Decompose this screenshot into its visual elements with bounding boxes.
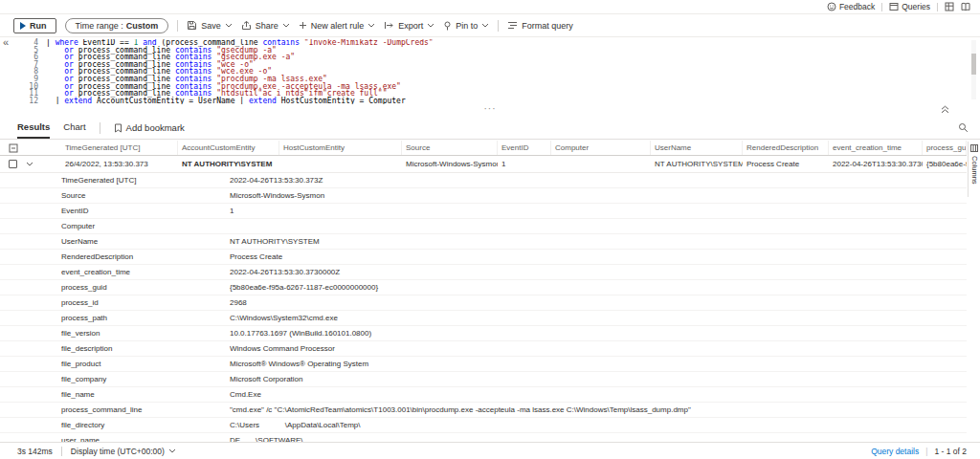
plus-icon [299, 21, 307, 30]
detail-row: user_nameDE……\SOFTWARE\…… [0, 433, 967, 442]
feedback-button[interactable]: Feedback [827, 2, 875, 11]
detail-value: 10.0.17763.1697 (WinBuild.160101.0800) [230, 329, 967, 338]
detail-key: file_name [61, 390, 230, 399]
divider [61, 447, 62, 456]
detail-key: process_guid [61, 283, 230, 292]
chevron-down-icon [168, 448, 176, 453]
row-checkbox[interactable] [9, 160, 17, 168]
detail-row: Computer [0, 219, 967, 234]
divider [100, 122, 100, 134]
result-range: 1 - 1 of 2 [934, 447, 967, 456]
column-header[interactable]: Source [402, 141, 498, 155]
column-header[interactable]: AccountCustomEntity [178, 141, 279, 155]
new-alert-rule-button[interactable]: New alert rule [299, 21, 376, 31]
column-header[interactable]: process_guid [923, 141, 967, 155]
pin-icon [443, 21, 452, 31]
results-splitter[interactable]: ··· [0, 103, 980, 117]
grid-icon [945, 2, 954, 11]
collapse-results-button[interactable] [941, 105, 949, 114]
detail-key: file_directory [61, 421, 230, 429]
detail-value: Microsoft-Windows-Sysmon [230, 191, 967, 200]
detail-row: EventID1 [0, 204, 967, 219]
time-range-picker[interactable]: Time range : Custom [65, 18, 169, 33]
time-range-label: Time range : [76, 21, 123, 31]
export-button[interactable]: Export [384, 21, 434, 31]
detail-key: Source [61, 191, 230, 200]
editor-code[interactable]: | where EventID == 1 and (process_comman… [46, 39, 961, 104]
detail-key: file_description [61, 344, 230, 353]
smiley-icon [827, 2, 836, 11]
columns-tab-label: Columns [970, 156, 979, 185]
tab-results[interactable]: Results [17, 117, 50, 139]
column-header[interactable]: RenderedDescription [743, 141, 829, 155]
queries-button[interactable]: Queries [889, 2, 930, 11]
detail-value: Cmd.Exe [230, 390, 967, 399]
column-header[interactable]: UserName [651, 141, 743, 155]
time-range-value: Custom [126, 21, 159, 31]
detail-value: Process Create [230, 252, 967, 261]
collapse-all-rows-button[interactable] [0, 141, 61, 155]
divider [177, 20, 178, 32]
double-chevron-up-icon [941, 105, 949, 114]
detail-row: process_pathC:\Windows\System32\cmd.exe [0, 311, 967, 326]
editor-scrollbar[interactable] [971, 40, 976, 99]
divider: | [925, 447, 927, 456]
tab-chart-label: Chart [63, 121, 85, 132]
format-query-button[interactable]: Format query [507, 21, 573, 31]
save-button[interactable]: Save [187, 20, 233, 31]
column-header[interactable]: EventID [498, 141, 551, 155]
collapse-pane-icon[interactable]: « [3, 39, 9, 47]
divider [881, 3, 882, 11]
column-header[interactable]: event_creation_time [829, 141, 923, 155]
column-header[interactable]: HostCustomEntity [279, 141, 402, 155]
detail-value: 1 [230, 207, 967, 215]
table-row[interactable]: 26/4/2022, 13:53:30.373NT AUTHORITY\SYST… [0, 156, 967, 173]
columns-icon [970, 144, 978, 152]
queries-icon [889, 2, 899, 11]
play-icon [20, 22, 26, 30]
detail-value: C:\Windows\System32\cmd.exe [230, 314, 967, 322]
column-header[interactable]: Computer [551, 141, 651, 155]
splitter-handle-icon[interactable]: ··· [484, 103, 497, 114]
share-button[interactable]: Share [241, 20, 290, 31]
elapsed-time: 3s 142ms [17, 447, 53, 456]
save-label: Save [201, 21, 221, 31]
query-details-link[interactable]: Query details [871, 447, 919, 456]
detail-value: 2968 [230, 298, 967, 307]
pin-to-button[interactable]: Pin to [443, 21, 489, 31]
display-time-selector[interactable]: Display time (UTC+00:00) [71, 447, 176, 456]
detail-row: file_version10.0.17763.1697 (WinBuild.16… [0, 326, 967, 341]
detail-row: file_nameCmd.Exe [0, 387, 967, 403]
detail-row: process_id2968 [0, 295, 967, 311]
bookmark-icon [114, 123, 122, 133]
detail-key: process_id [61, 298, 230, 307]
detail-value: C:\Users \AppData\Local\Temp\ [230, 421, 967, 429]
editor-gutter: 456789101112 [13, 39, 38, 104]
search-results-button[interactable] [958, 122, 969, 133]
column-header[interactable]: TimeGenerated [UTC] [61, 141, 178, 155]
scrollbar-thumb[interactable] [971, 54, 976, 75]
detail-key: file_version [61, 329, 230, 338]
table-header-row: TimeGenerated [UTC]AccountCustomEntityHo… [0, 141, 967, 156]
row-controls [0, 156, 61, 172]
tab-chart[interactable]: Chart [63, 117, 85, 139]
detail-value: {5b80ea6e-f95a-6267-1187-ec0000000000} [230, 283, 967, 292]
columns-panel-tab[interactable]: Columns [968, 142, 980, 197]
detail-key: event_creation_time [61, 268, 230, 276]
apps-button[interactable] [945, 2, 954, 11]
reference-button[interactable] [961, 2, 970, 11]
export-icon [384, 21, 394, 30]
add-bookmark-button[interactable]: Add bookmark [114, 117, 185, 139]
row-expander-icon[interactable] [26, 162, 33, 166]
detail-row: file_directoryC:\Users \AppData\Local\Te… [0, 418, 967, 433]
pin-to-label: Pin to [456, 21, 478, 31]
row-details: TimeGenerated [UTC]2022-04-26T13:53:30.3… [0, 173, 967, 442]
run-button[interactable]: Run [13, 18, 56, 33]
query-editor[interactable]: « 456789101112 | where EventID == 1 and … [0, 38, 980, 103]
row-cell: 1 [498, 156, 551, 172]
chevron-down-icon [225, 23, 233, 28]
detail-row: UserNameNT AUTHORITY\SYSTEM [0, 234, 967, 250]
save-icon [187, 20, 197, 31]
row-cell [551, 156, 651, 172]
new-alert-rule-label: New alert rule [311, 21, 365, 31]
